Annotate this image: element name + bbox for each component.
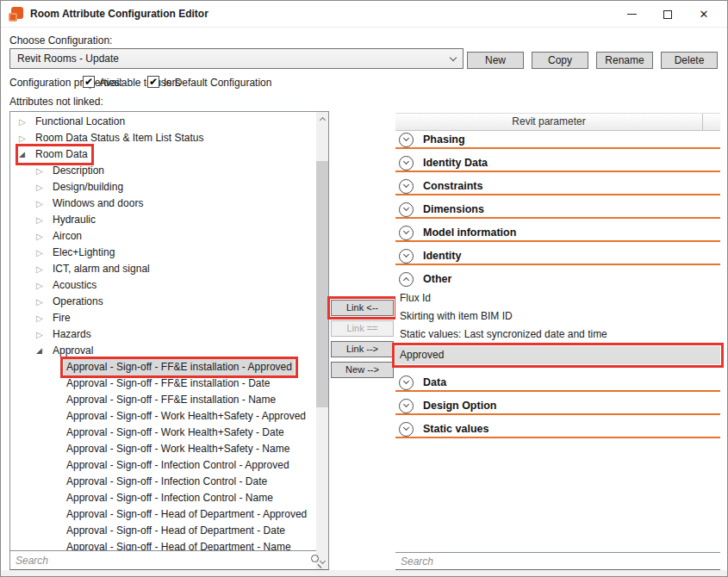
attributes-tree-panel: ▷Functional Location▷Room Data Status & …	[9, 111, 329, 571]
tree-item[interactable]: ▷Operations	[10, 294, 328, 310]
collapsed-expander-icon[interactable]: ▷	[36, 310, 50, 326]
tree-scrollbar[interactable]	[316, 112, 328, 569]
tree-item[interactable]: Approval - Sign-off - Infection Control …	[10, 490, 328, 506]
link-left-button[interactable]: Link <--	[331, 300, 394, 316]
tree-item-content: ▷ICT, alarm and signal	[36, 262, 152, 276]
group-header[interactable]: Design Option	[395, 398, 720, 413]
parameter-group: Phasing	[395, 132, 720, 149]
collapsed-expander-icon[interactable]: ▷	[36, 228, 50, 245]
tree-item[interactable]: Approval - Sign-off - FF&E installation …	[10, 375, 328, 392]
parameter-group: Model information	[395, 225, 720, 242]
tree-item[interactable]: ▷Elec+Lighting	[10, 245, 328, 261]
group-header[interactable]: Dimensions	[395, 202, 720, 217]
chevron-down-icon	[403, 135, 409, 141]
new-button[interactable]: New	[467, 52, 524, 69]
chevron-circle-icon	[399, 179, 414, 194]
tree-item[interactable]: ▷Aircon	[10, 228, 328, 245]
chevron-circle-icon	[399, 399, 414, 413]
is-default-configuration-checkbox[interactable]: ✔	[147, 76, 159, 88]
group-header[interactable]: Static values	[395, 421, 720, 437]
tree-item[interactable]: ▷Fire	[10, 310, 328, 326]
collapsed-expander-icon[interactable]: ▷	[36, 277, 50, 294]
expanded-expander-icon[interactable]: ◢	[19, 146, 33, 163]
revit-parameter-header-spare-column	[703, 114, 720, 130]
tree-item[interactable]: ◢Room Data	[10, 146, 328, 163]
link-right-button[interactable]: Link -->	[331, 341, 394, 357]
collapsed-expander-icon[interactable]: ▷	[19, 114, 33, 130]
available-to-users-checkbox[interactable]: ✔	[83, 76, 95, 88]
tree-item[interactable]: Approval - Sign-off - FF&E installation …	[10, 392, 328, 408]
group-label: Model information	[423, 226, 516, 239]
maximize-button[interactable]	[650, 1, 686, 28]
tree-item-content: Approval - Sign-off - Infection Control …	[64, 475, 270, 489]
tree-item-label: Windows and doors	[50, 195, 146, 212]
attributes-search-input[interactable]	[16, 555, 310, 567]
tree-item-label: Room Data Status & Item List Status	[33, 130, 206, 146]
collapsed-expander-icon[interactable]: ▷	[36, 195, 50, 212]
revit-search-input[interactable]	[401, 555, 715, 568]
tree-item-label: Approval - Sign-off - Work Health+Safety…	[64, 441, 292, 457]
tree-item-label: Approval - Sign-off - Head of Department…	[64, 539, 294, 550]
configuration-dropdown-value: Revit Rooms - Update	[17, 53, 451, 65]
scrollbar-thumb[interactable]	[316, 161, 328, 407]
group-header[interactable]: Other	[395, 271, 720, 287]
close-button[interactable]: ✕	[686, 1, 722, 28]
tree-item-label: Hazards	[50, 326, 94, 343]
tree-item[interactable]: Approval - Sign-off - Work Health+Safety…	[10, 425, 328, 441]
tree-item[interactable]: Approval - Sign-off - Infection Control …	[10, 457, 328, 474]
collapsed-expander-icon[interactable]: ▷	[36, 163, 50, 179]
tree-item-content: ◢Room Data	[19, 147, 90, 162]
scroll-up-button[interactable]	[316, 112, 328, 126]
tree-item[interactable]: ◢Approval	[10, 343, 328, 359]
expanded-expander-icon[interactable]: ◢	[36, 343, 50, 359]
parameter-item[interactable]: Skirting with item BIM ID	[395, 307, 720, 326]
group-header[interactable]: Phasing	[395, 132, 720, 147]
chevron-down-icon	[450, 53, 457, 60]
tree-item-label: Acoustics	[50, 277, 99, 294]
group-header[interactable]: Data	[395, 375, 720, 390]
chevron-down-icon	[403, 182, 409, 188]
attributes-not-linked-label: Attributes not linked:	[9, 96, 103, 108]
collapsed-expander-icon[interactable]: ▷	[36, 212, 50, 228]
group-header[interactable]: Constraints	[395, 178, 720, 194]
parameter-item[interactable]: Approved	[395, 346, 720, 364]
tree-item-label: Operations	[50, 294, 106, 310]
tree-item[interactable]: ▷Acoustics	[10, 277, 328, 294]
tree-item[interactable]: Approval - Sign-off - FF&E installation …	[10, 359, 328, 375]
tree-item[interactable]: ▷Windows and doors	[10, 195, 328, 212]
tree-item[interactable]: Approval - Sign-off - Work Health+Safety…	[10, 441, 328, 457]
parameter-item[interactable]: Static values: Last syncronized date and…	[395, 326, 720, 344]
collapsed-expander-icon[interactable]: ▷	[36, 179, 50, 195]
tree-item[interactable]: ▷Design/building	[10, 179, 328, 195]
rename-button[interactable]: Rename	[596, 52, 653, 69]
tree-item[interactable]: ▷ICT, alarm and signal	[10, 261, 328, 277]
collapsed-expander-icon[interactable]: ▷	[36, 326, 50, 343]
tree-item[interactable]: ▷Room Data Status & Item List Status	[10, 130, 328, 146]
tree-item-label: Design/building	[50, 179, 126, 195]
tree-item[interactable]: ▷Functional Location	[10, 114, 328, 130]
collapsed-expander-icon[interactable]: ▷	[36, 245, 50, 261]
tree-item[interactable]: Approval - Sign-off - Head of Department…	[10, 506, 328, 523]
group-header[interactable]: Identity Data	[395, 155, 720, 171]
collapsed-expander-icon[interactable]: ▷	[36, 261, 50, 277]
copy-button[interactable]: Copy	[532, 52, 588, 69]
tree-item[interactable]: Approval - Sign-off - Work Health+Safety…	[10, 408, 328, 425]
collapsed-expander-icon[interactable]: ▷	[19, 130, 33, 146]
tree-item[interactable]: Approval - Sign-off - Head of Department…	[10, 539, 328, 550]
tree-item[interactable]: Approval - Sign-off - Infection Control …	[10, 474, 328, 490]
tree-item[interactable]: Approval - Sign-off - Head of Department…	[10, 523, 328, 539]
collapsed-expander-icon[interactable]: ▷	[36, 294, 50, 310]
tree-item-content: ▷Functional Location	[19, 115, 128, 129]
minimize-button[interactable]	[613, 1, 650, 28]
configuration-dropdown[interactable]: Revit Rooms - Update	[9, 48, 464, 69]
tree-item-content: ▷Hydraulic	[36, 213, 98, 227]
group-header[interactable]: Identity	[395, 248, 720, 264]
tree-item-label: Fire	[50, 310, 73, 326]
group-header[interactable]: Model information	[395, 225, 720, 240]
tree-item[interactable]: ▷Hydraulic	[10, 212, 328, 228]
new-right-button[interactable]: New -->	[331, 362, 394, 378]
parameter-item[interactable]: Flux Id	[395, 289, 720, 307]
tree-item[interactable]: ▷Description	[10, 163, 328, 179]
delete-button[interactable]: Delete	[661, 52, 718, 69]
tree-item[interactable]: ▷Hazards	[10, 326, 328, 343]
